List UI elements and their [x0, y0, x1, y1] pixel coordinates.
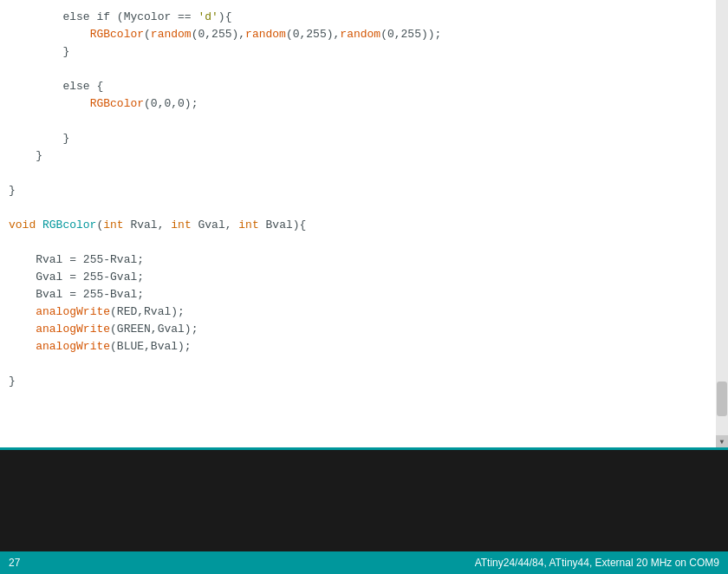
code-line	[9, 234, 728, 251]
scrollbar-thumb[interactable]	[717, 382, 727, 416]
code-line	[9, 355, 728, 373]
code-line: analogWrite(BLUE,Bval);	[9, 338, 728, 355]
code-line	[9, 165, 728, 182]
code-content: else if (Mycolor == 'd'){ RGBcolor(rando…	[0, 9, 728, 390]
serial-monitor	[0, 447, 728, 551]
code-line	[9, 199, 728, 217]
code-line	[9, 61, 728, 78]
status-bar: 27 ATtiny24/44/84, ATtiny44, External 20…	[0, 551, 728, 574]
code-line: Bval = 255-Bval;	[9, 286, 728, 303]
code-line: analogWrite(RED,Rval);	[9, 303, 728, 321]
code-line: Gval = 255-Gval;	[9, 269, 728, 286]
code-line	[9, 113, 728, 130]
code-line: RGBcolor(0,0,0);	[9, 95, 728, 113]
code-line: }	[9, 130, 728, 147]
scrollbar-arrow-down[interactable]: ▼	[716, 435, 728, 447]
code-line: Rval = 255-Rval;	[9, 251, 728, 269]
code-line: analogWrite(GREEN,Gval);	[9, 321, 728, 338]
code-line: }	[9, 147, 728, 165]
board-info: ATtiny24/44/84, ATtiny44, External 20 MH…	[475, 557, 719, 569]
code-line: void RGBcolor(int Rval, int Gval, int Bv…	[9, 217, 728, 234]
code-line: }	[9, 182, 728, 199]
code-line: else if (Mycolor == 'd'){	[9, 9, 728, 26]
code-line: }	[9, 373, 728, 390]
code-line: }	[9, 43, 728, 61]
code-line: RGBcolor(random(0,255),random(0,255),ran…	[9, 26, 728, 43]
line-number: 27	[9, 557, 20, 569]
code-line: else {	[9, 78, 728, 95]
code-editor[interactable]: else if (Mycolor == 'd'){ RGBcolor(rando…	[0, 0, 728, 447]
vertical-scrollbar[interactable]: ▼	[716, 0, 728, 447]
